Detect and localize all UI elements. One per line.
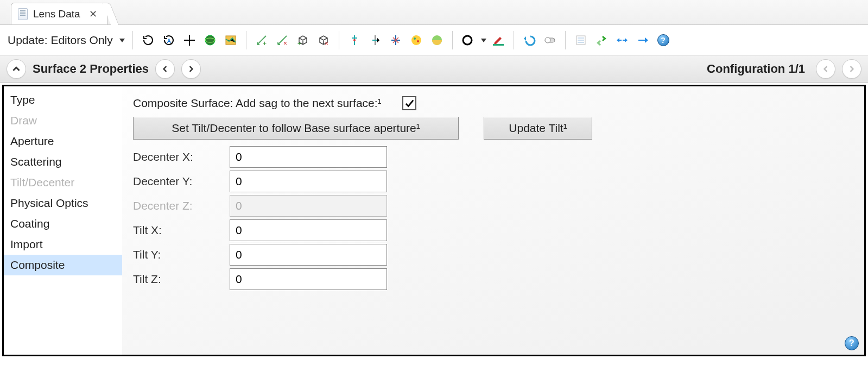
link-arrows-icon[interactable] [613,32,631,49]
ring-icon[interactable] [459,32,477,49]
surface-prev-button[interactable] [155,59,175,79]
globe-icon[interactable] [201,32,219,49]
tilt-y-input[interactable] [230,244,387,266]
svg-text:+: + [297,40,301,47]
composite-surface-checkbox[interactable] [402,96,416,110]
list-icon[interactable] [572,32,590,49]
toggle-icon[interactable] [541,32,559,49]
tab-bar: Lens Data ✕ [0,0,868,25]
svg-text:×: × [325,40,328,47]
panel-help-button[interactable]: ? [845,336,859,350]
map-icon[interactable] [222,32,239,49]
decenter-z-input [230,195,387,217]
separator [452,31,453,49]
undo-icon[interactable] [521,32,538,49]
configuration-label: Configuration 1/1 [707,62,805,76]
axis-add-icon[interactable]: + [253,32,270,49]
composite-surface-label: Composite Surface: Add sag to the next s… [133,97,382,110]
decenter-z-label: Decenter Z: [133,199,220,212]
svg-text:+: + [263,40,267,47]
tilt-x-label: Tilt X: [133,224,220,237]
properties-title: Surface 2 Properties [33,62,149,76]
cube-remove-icon[interactable]: × [315,32,332,49]
collapse-button[interactable] [7,59,26,79]
surface-next-button[interactable] [181,59,201,79]
properties-panel: Type Draw Aperture Scattering Tilt/Decen… [2,85,866,356]
document-icon [18,8,28,20]
toolbar: Update: Editors Only A + × + × ? [0,25,868,55]
element-c-icon[interactable] [387,32,404,49]
svg-text:×: × [283,40,287,47]
properties-content: Composite Surface: Add sag to the next s… [122,86,864,355]
config-next-button[interactable] [842,59,861,79]
sidemenu-item-coating[interactable]: Coating [4,213,122,234]
tilt-x-input[interactable] [230,219,387,241]
properties-header: Surface 2 Properties Configuration 1/1 [0,55,868,83]
sidemenu-item-import[interactable]: Import [4,234,122,255]
svg-point-12 [417,40,419,42]
chevron-down-icon[interactable] [478,34,486,46]
sidemenu-item-scattering[interactable]: Scattering [4,152,122,172]
decenter-x-label: Decenter X: [133,150,220,163]
palette-b-icon[interactable] [428,32,446,49]
separator [514,31,514,49]
tab-lens-data[interactable]: Lens Data ✕ [11,3,107,24]
svg-point-14 [463,36,472,45]
svg-point-17 [545,37,550,43]
crosshair-icon[interactable] [181,32,198,49]
sidemenu-item-tilt-decenter: Tilt/Decenter [4,172,122,193]
sidemenu-item-physical-optics[interactable]: Physical Optics [4,193,122,213]
palette-a-icon[interactable] [408,32,425,49]
axis-remove-icon[interactable]: × [274,32,291,49]
update-tilt-button[interactable]: Update Tilt¹ [484,117,592,140]
sidemenu-item-aperture[interactable]: Aperture [4,131,122,152]
properties-sidemenu: Type Draw Aperture Scattering Tilt/Decen… [4,86,122,355]
update-mode-dropdown[interactable]: Update: Editors Only [8,34,125,47]
help-icon[interactable]: ? [655,32,672,49]
sidemenu-item-type[interactable]: Type [4,90,122,110]
svg-point-10 [411,35,421,45]
tab-title: Lens Data [33,8,80,20]
update-mode-label: Update: Editors Only [8,34,113,46]
svg-text:A: A [167,38,171,44]
decenter-x-input[interactable] [230,146,387,168]
config-prev-button[interactable] [816,59,835,79]
help-icon: ? [845,336,859,350]
decenter-y-input[interactable] [230,171,387,192]
refresh-icon[interactable] [140,32,157,49]
svg-point-11 [414,37,416,40]
set-tilt-decenter-button[interactable]: Set Tilt/Decenter to follow Base surface… [133,117,459,140]
separator [246,31,246,49]
sidemenu-item-draw: Draw [4,110,122,131]
brush-icon[interactable] [490,32,507,49]
element-a-icon[interactable] [346,32,363,49]
arrow-right-icon[interactable] [634,32,651,49]
separator [132,31,133,49]
swap-icon[interactable] [593,32,610,49]
close-icon[interactable]: ✕ [89,8,97,20]
refresh-auto-icon[interactable]: A [160,32,178,49]
svg-rect-15 [493,44,504,46]
svg-point-9 [353,39,356,41]
cube-add-icon[interactable]: + [294,32,312,49]
separator [339,31,339,49]
element-b-icon[interactable] [366,32,384,49]
tilt-y-label: Tilt Y: [133,248,220,261]
decenter-y-label: Decenter Y: [133,175,220,188]
chevron-down-icon [119,39,125,42]
separator [565,31,566,49]
tilt-z-label: Tilt Z: [133,273,220,286]
sidemenu-item-composite[interactable]: Composite [4,255,122,275]
tilt-z-input[interactable] [230,268,387,290]
